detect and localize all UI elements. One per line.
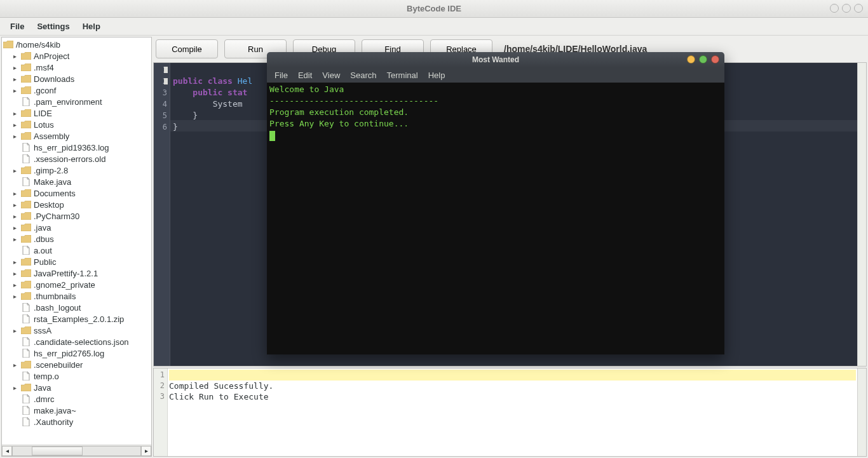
output-body[interactable]: Compiled Sucessfully.Click Run to Execut… bbox=[168, 368, 857, 456]
expand-icon[interactable]: ▸ bbox=[13, 384, 20, 391]
terminal-menu-help[interactable]: Help bbox=[423, 71, 451, 80]
folder-icon bbox=[21, 383, 31, 392]
terminal-menu-edit[interactable]: Edit bbox=[293, 71, 317, 80]
expand-icon[interactable]: ▸ bbox=[13, 167, 20, 174]
scroll-left-icon[interactable]: ◂ bbox=[2, 446, 12, 456]
expand-icon[interactable]: ▸ bbox=[13, 87, 20, 94]
tree-node[interactable]: a.out bbox=[2, 245, 151, 256]
folder-icon bbox=[21, 74, 31, 83]
expand-icon[interactable]: ▸ bbox=[13, 213, 20, 220]
terminal-menu-view[interactable]: View bbox=[317, 71, 345, 80]
tree-node[interactable]: ▸Lotus bbox=[2, 119, 151, 130]
token-ident: System bbox=[213, 99, 243, 109]
menubar: File Settings Help bbox=[0, 18, 868, 36]
menu-help[interactable]: Help bbox=[76, 19, 107, 34]
tree-node[interactable]: ▸.scenebuilder bbox=[2, 359, 151, 370]
tree-node[interactable]: ▸LIDE bbox=[2, 107, 151, 119]
expand-icon[interactable]: ▸ bbox=[13, 270, 20, 277]
tree-node[interactable]: ▸.msf4 bbox=[2, 62, 151, 73]
tree-node[interactable]: ▸.thumbnails bbox=[2, 290, 151, 302]
folder-icon bbox=[21, 131, 31, 140]
expand-icon[interactable]: ▸ bbox=[13, 76, 20, 83]
tree-node[interactable]: .candidate-selections.json bbox=[2, 336, 151, 347]
tree-node[interactable]: hs_err_pid2765.log bbox=[2, 347, 151, 359]
tree-node[interactable]: Make.java bbox=[2, 176, 151, 187]
terminal-menu-search[interactable]: Search bbox=[345, 71, 381, 80]
output-line: Compiled Sucessfully. bbox=[169, 381, 856, 391]
tree-node-label: .gnome2_private bbox=[34, 280, 95, 290]
tree-node[interactable]: ▸.gimp-2.8 bbox=[2, 165, 151, 176]
terminal-menu-file[interactable]: File bbox=[269, 71, 293, 80]
tree-node[interactable]: make.java~ bbox=[2, 405, 151, 416]
terminal-body[interactable]: Welcome to Java-------------------------… bbox=[267, 83, 724, 354]
tree-node[interactable]: ▸.gnome2_private bbox=[2, 279, 151, 290]
tree-root[interactable]: /home/s4kib bbox=[2, 39, 151, 50]
file-tree[interactable]: /home/s4kib▸AnProject▸.msf4▸Downloads▸.g… bbox=[2, 37, 151, 445]
compile-button[interactable]: Compile bbox=[156, 39, 218, 58]
file-tree-hscroll[interactable]: ◂ ▸ bbox=[2, 445, 151, 456]
tree-node[interactable]: ▸sssA bbox=[2, 325, 151, 336]
file-icon bbox=[21, 303, 31, 312]
output-vscroll[interactable] bbox=[857, 368, 866, 456]
terminal-close-icon[interactable] bbox=[711, 55, 719, 64]
terminal-minimize-icon[interactable] bbox=[687, 55, 695, 64]
expand-icon[interactable]: ▸ bbox=[13, 64, 20, 71]
tree-node[interactable]: .dmrc bbox=[2, 393, 151, 405]
editor-vscroll[interactable] bbox=[857, 63, 866, 366]
scroll-right-icon[interactable]: ▸ bbox=[141, 446, 151, 456]
tree-node-label: Lotus bbox=[34, 120, 54, 130]
tree-node[interactable]: ▸.PyCharm30 bbox=[2, 210, 151, 222]
expand-icon[interactable]: ▸ bbox=[13, 236, 20, 243]
tree-node[interactable]: ▸Java bbox=[2, 382, 151, 393]
tree-node[interactable]: ▸Documents bbox=[2, 187, 151, 199]
tree-node[interactable]: ▸Assembly bbox=[2, 130, 151, 142]
folder-icon bbox=[21, 234, 31, 243]
folder-icon bbox=[21, 120, 31, 129]
tree-node[interactable]: ▸Public bbox=[2, 256, 151, 267]
menu-settings[interactable]: Settings bbox=[31, 19, 76, 34]
tree-node[interactable]: ▸.java bbox=[2, 222, 151, 233]
terminal-maximize-icon[interactable] bbox=[699, 55, 707, 64]
expand-icon[interactable]: ▸ bbox=[13, 327, 20, 334]
tree-node[interactable]: ▸Downloads bbox=[2, 73, 151, 84]
folder-icon bbox=[21, 109, 31, 118]
menu-file[interactable]: File bbox=[4, 19, 31, 34]
expand-icon[interactable]: ▸ bbox=[13, 121, 20, 128]
terminal-menu-terminal[interactable]: Terminal bbox=[382, 71, 423, 80]
expand-icon[interactable]: ▸ bbox=[13, 133, 20, 140]
maximize-icon[interactable] bbox=[842, 4, 851, 13]
tree-node[interactable]: .pam_environment bbox=[2, 96, 151, 107]
expand-icon[interactable]: ▸ bbox=[13, 361, 20, 368]
terminal-titlebar[interactable]: Most Wanted bbox=[267, 52, 724, 67]
expand-icon[interactable]: ▸ bbox=[13, 110, 20, 117]
expand-icon[interactable]: ▸ bbox=[13, 190, 20, 197]
tree-node[interactable]: ▸.gconf bbox=[2, 84, 151, 96]
tree-node[interactable]: ▸AnProject bbox=[2, 50, 151, 62]
tree-node[interactable]: .Xauthority bbox=[2, 416, 151, 428]
tree-node-label: .dmrc bbox=[34, 394, 55, 404]
expand-icon[interactable]: ▸ bbox=[13, 281, 20, 288]
tree-node[interactable]: hs_err_pid19363.log bbox=[2, 142, 151, 153]
file-icon bbox=[21, 154, 31, 163]
tree-node[interactable]: temp.o bbox=[2, 370, 151, 382]
output-line bbox=[169, 370, 856, 381]
tree-node[interactable]: rsta_Examples_2.0.1.zip bbox=[2, 313, 151, 325]
expand-icon[interactable]: ▸ bbox=[13, 259, 20, 266]
file-icon bbox=[21, 417, 31, 426]
expand-icon[interactable]: ▸ bbox=[13, 293, 20, 300]
tree-node[interactable]: .bash_logout bbox=[2, 302, 151, 313]
terminal-line: Welcome to Java bbox=[269, 84, 722, 95]
tree-node[interactable]: ▸JavaPrettify-1.2.1 bbox=[2, 267, 151, 279]
tree-node-label: make.java~ bbox=[34, 406, 76, 415]
tree-node[interactable]: ▸Desktop bbox=[2, 199, 151, 210]
expand-icon[interactable]: ▸ bbox=[13, 53, 20, 60]
tree-node-label: Documents bbox=[34, 189, 76, 198]
tree-node[interactable]: ▸.dbus bbox=[2, 233, 151, 245]
minimize-icon[interactable] bbox=[830, 4, 839, 13]
expand-icon[interactable]: ▸ bbox=[13, 201, 20, 208]
tree-node[interactable]: .xsession-errors.old bbox=[2, 153, 151, 165]
folder-icon bbox=[21, 360, 31, 369]
expand-icon[interactable]: ▸ bbox=[13, 224, 20, 231]
close-icon[interactable] bbox=[854, 4, 863, 13]
terminal-window[interactable]: Most Wanted File Edit View Search Termin… bbox=[267, 52, 724, 354]
